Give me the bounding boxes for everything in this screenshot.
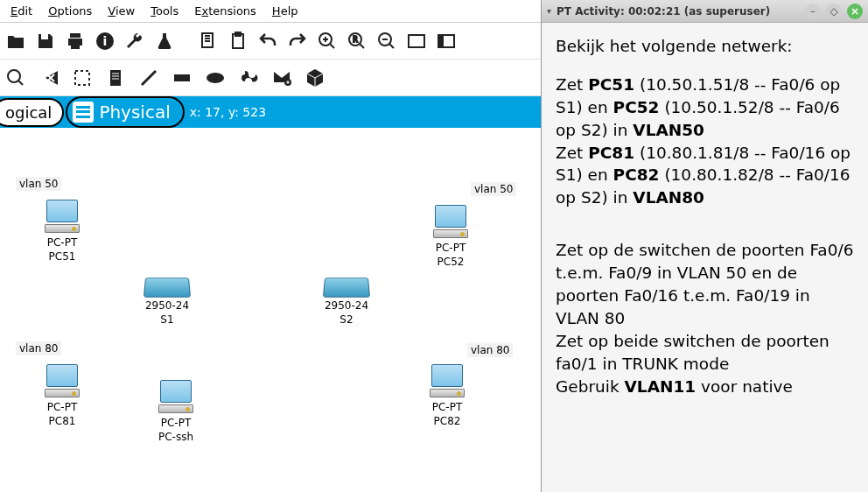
svg-rect-14 <box>110 70 121 86</box>
switch-icon <box>323 278 370 298</box>
titlebar-menu-icon[interactable]: ▾ <box>547 6 551 16</box>
svg-point-12 <box>8 70 20 82</box>
zoom-in-icon[interactable] <box>315 29 340 53</box>
activity-titlebar[interactable]: ▾ PT Activity: 00:02:21 (as superuser) –… <box>542 0 868 23</box>
ellipse-icon[interactable] <box>203 66 228 90</box>
window-minimize-button[interactable]: – <box>805 4 821 19</box>
pc-icon <box>429 364 466 399</box>
info-icon[interactable]: i <box>93 29 117 53</box>
instruction-line: Bekijk het volgende netwerk: <box>556 35 854 58</box>
device-name: PC52 <box>432 256 469 270</box>
svg-point-16 <box>206 73 224 83</box>
instruction-line: Zet PC51 (10.50.1.51/8 -- Fa0/6 op S1) e… <box>556 74 854 142</box>
activity-instructions: Bekijk het volgende netwerk: Zet PC51 (1… <box>542 23 868 410</box>
device-s1[interactable]: 2950-24 S1 <box>144 277 190 327</box>
device-name: PC81 <box>44 415 80 429</box>
zoom-out-icon[interactable] <box>374 29 399 53</box>
flask-icon[interactable] <box>152 29 177 53</box>
panel-icon[interactable] <box>434 29 458 53</box>
physical-tab-icon <box>73 102 94 123</box>
device-pc51[interactable]: PC-PT PC51 <box>44 200 80 264</box>
svg-rect-13 <box>75 71 89 85</box>
device-pcssh[interactable]: PC-PT PC-ssh <box>158 380 194 444</box>
undo-icon[interactable] <box>256 29 280 53</box>
menu-options[interactable]: Options <box>41 3 99 19</box>
svg-text:i: i <box>103 34 108 48</box>
zoom-reset-icon[interactable]: R <box>345 29 369 53</box>
save-icon[interactable] <box>33 29 58 53</box>
svg-rect-4 <box>235 32 241 36</box>
select-icon[interactable] <box>70 66 94 90</box>
device-name: S1 <box>144 313 190 327</box>
delete-icon[interactable] <box>37 66 61 90</box>
topology-canvas[interactable]: vlan 50 vlan 50 vlan 80 vlan 80 PC-PT PC… <box>0 128 541 492</box>
wrench-icon[interactable] <box>122 29 147 53</box>
svg-rect-15 <box>174 74 190 81</box>
device-pc52[interactable]: PC-PT PC52 <box>432 205 469 269</box>
instruction-line: Zet op de switchen de poorten Fa0/6 t.e.… <box>556 239 854 330</box>
message-simple-icon[interactable] <box>270 66 294 90</box>
instruction-line: Zet op beide switchen de poorten fa0/1 i… <box>556 330 854 376</box>
pc-icon <box>432 205 469 240</box>
svg-rect-9 <box>409 35 424 47</box>
print-icon[interactable] <box>63 29 88 53</box>
copy-icon[interactable] <box>196 29 220 53</box>
menu-view[interactable]: View <box>101 3 142 19</box>
label-vlan80-a[interactable]: vlan 80 <box>16 341 61 355</box>
activity-panel: ▾ PT Activity: 00:02:21 (as superuser) –… <box>541 0 868 492</box>
window-close-button[interactable]: × <box>847 4 863 19</box>
open-icon[interactable] <box>4 29 28 53</box>
device-type: PC-PT <box>429 401 466 415</box>
tab-logical-label: ogical <box>5 103 52 122</box>
device-type: PC-PT <box>158 417 194 431</box>
device-name: PC82 <box>429 415 466 429</box>
device-type: 2950-24 <box>144 299 190 313</box>
instruction-line: Gebruik VLAN11 voor native <box>556 376 854 398</box>
device-name: PC51 <box>44 250 80 264</box>
activity-title: PT Activity: 00:02:21 (as superuser) <box>556 5 800 18</box>
label-vlan50-b[interactable]: vlan 50 <box>471 182 516 196</box>
menu-extensions[interactable]: Extensions <box>187 3 263 19</box>
paste-icon[interactable] <box>226 29 250 53</box>
pc-icon <box>44 364 80 399</box>
menu-tools[interactable]: Tools <box>144 3 186 19</box>
rect-icon[interactable] <box>170 66 194 90</box>
window-icon[interactable] <box>404 29 429 53</box>
instruction-line: Zet PC81 (10.80.1.81/8 -- Fa0/16 op S1) … <box>556 142 854 210</box>
canvas-coords: x: 17, y: 523 <box>190 105 266 119</box>
label-vlan80-b[interactable]: vlan 80 <box>467 343 513 357</box>
pc-icon <box>158 380 194 415</box>
search-icon[interactable] <box>4 66 28 90</box>
line-icon[interactable] <box>136 66 161 90</box>
label-vlan50-a[interactable]: vlan 50 <box>16 177 61 191</box>
svg-rect-11 <box>438 35 444 47</box>
freeform-icon[interactable] <box>236 66 261 90</box>
window-maximize-button[interactable]: ◇ <box>826 4 842 19</box>
device-type: PC-PT <box>44 236 80 250</box>
tab-logical[interactable]: ogical <box>0 98 64 127</box>
device-pc81[interactable]: PC-PT PC81 <box>44 364 80 428</box>
note-icon[interactable] <box>103 66 128 90</box>
menu-edit[interactable]: Edit <box>4 3 39 19</box>
device-pc82[interactable]: PC-PT PC82 <box>429 364 466 428</box>
device-type: 2950-24 <box>324 299 369 313</box>
tab-physical-label: Physical <box>99 102 170 123</box>
device-type: PC-PT <box>432 242 469 256</box>
device-s2[interactable]: 2950-24 S2 <box>324 277 369 327</box>
message-complex-icon[interactable] <box>303 66 327 90</box>
switch-icon <box>144 278 191 298</box>
pc-icon <box>44 200 80 235</box>
redo-icon[interactable] <box>285 29 310 53</box>
tab-physical[interactable]: Physical <box>66 96 184 128</box>
device-name: PC-ssh <box>158 431 194 445</box>
device-type: PC-PT <box>44 401 80 415</box>
menu-help[interactable]: Help <box>265 3 305 19</box>
device-name: S2 <box>324 313 369 327</box>
svg-text:R: R <box>353 36 358 44</box>
